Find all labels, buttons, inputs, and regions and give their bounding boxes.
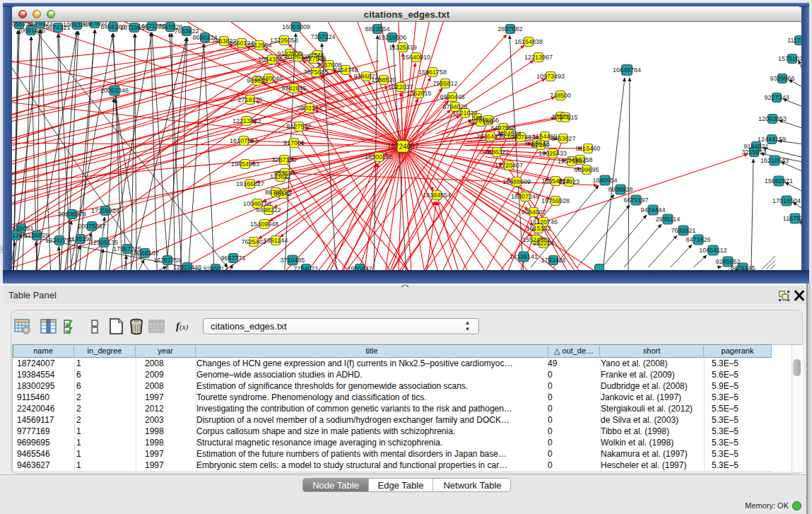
svg-text:9463627: 9463627 xyxy=(551,135,575,142)
svg-text:18724007: 18724007 xyxy=(387,143,419,151)
svg-text:15720407: 15720407 xyxy=(495,162,523,169)
svg-text:2718176: 2718176 xyxy=(237,96,262,103)
svg-text:18300295: 18300295 xyxy=(365,153,393,160)
svg-text:12093853: 12093853 xyxy=(758,115,787,122)
svg-text:16640910: 16640910 xyxy=(402,54,430,61)
svg-text:20053346: 20053346 xyxy=(100,87,129,94)
svg-text:989613: 989613 xyxy=(247,77,268,84)
svg-text:6679197: 6679197 xyxy=(623,197,648,204)
svg-text:16154838: 16154838 xyxy=(514,38,543,45)
svg-text:10807487: 10807487 xyxy=(507,134,535,141)
svg-text:8427552: 8427552 xyxy=(286,123,311,130)
svg-text:1640954: 1640954 xyxy=(592,177,617,184)
svg-text:9329966: 9329966 xyxy=(770,75,794,82)
svg-text:20975867: 20975867 xyxy=(78,223,106,230)
svg-text:1435051: 1435051 xyxy=(12,225,34,232)
svg-text:9245012: 9245012 xyxy=(203,265,228,270)
svg-text:20206578: 20206578 xyxy=(58,211,86,218)
svg-text:14136141: 14136141 xyxy=(510,253,538,260)
svg-text:16210643: 16210643 xyxy=(760,157,789,164)
svg-text:1362615: 1362615 xyxy=(406,90,431,97)
svg-text:18807249: 18807249 xyxy=(511,193,539,200)
svg-text:16648784: 16648784 xyxy=(613,66,641,74)
svg-text:10973493: 10973493 xyxy=(536,73,565,80)
svg-text:252214: 252214 xyxy=(533,240,554,247)
svg-text:1588520: 1588520 xyxy=(371,76,396,83)
svg-text:19384554: 19384554 xyxy=(423,192,451,199)
svg-text:62160: 62160 xyxy=(531,141,549,148)
svg-text:15751074: 15751074 xyxy=(778,55,801,62)
svg-text:867833: 867833 xyxy=(265,189,286,196)
svg-text:17016504: 17016504 xyxy=(772,197,801,204)
svg-text:917006: 917006 xyxy=(283,139,305,146)
svg-text:7632621: 7632621 xyxy=(671,227,695,234)
svg-text:3716485: 3716485 xyxy=(280,257,305,264)
svg-text:19575864: 19575864 xyxy=(558,158,586,165)
svg-text:17359924: 17359924 xyxy=(91,207,119,214)
svg-text:16107553: 16107553 xyxy=(230,137,258,144)
svg-text:13226058: 13226058 xyxy=(270,37,298,44)
svg-text:9084007: 9084007 xyxy=(521,209,546,216)
svg-text:7357224: 7357224 xyxy=(310,33,335,40)
svg-text:614923: 614923 xyxy=(558,178,579,185)
svg-text:12444159: 12444159 xyxy=(758,136,786,143)
svg-text:8938928: 8938928 xyxy=(608,186,632,193)
svg-text:16782759: 16782759 xyxy=(153,257,182,264)
svg-text:16961758: 16961758 xyxy=(418,69,447,76)
svg-text:3215953: 3215953 xyxy=(741,148,766,156)
svg-text:15692971: 15692971 xyxy=(765,177,793,185)
svg-text:19756928: 19756928 xyxy=(541,197,570,204)
svg-text:1167534: 1167534 xyxy=(783,215,801,222)
svg-text:3267130: 3267130 xyxy=(271,156,296,163)
svg-text:7955812: 7955812 xyxy=(433,80,457,87)
svg-text:2935114: 2935114 xyxy=(656,216,680,223)
svg-text:12213967: 12213967 xyxy=(524,54,553,61)
svg-text:9227343: 9227343 xyxy=(764,94,789,101)
svg-text:6899695: 6899695 xyxy=(574,166,599,173)
svg-text:7386322: 7386322 xyxy=(484,148,509,156)
svg-text:10654112: 10654112 xyxy=(699,247,726,254)
svg-text:133621: 133621 xyxy=(270,173,291,180)
svg-text:10025433: 10025433 xyxy=(539,150,567,157)
svg-text:15409948: 15409948 xyxy=(250,221,278,228)
svg-text:19218506: 19218506 xyxy=(378,34,406,41)
svg-text:19654983: 19654983 xyxy=(231,160,259,168)
svg-text:7254021: 7254021 xyxy=(293,265,318,270)
svg-text:1691144: 1691144 xyxy=(264,237,288,244)
svg-text:3912954: 3912954 xyxy=(247,42,271,49)
svg-text:748500: 748500 xyxy=(550,92,571,99)
svg-text:20364436: 20364436 xyxy=(476,133,505,140)
svg-text:12923448: 12923448 xyxy=(173,264,201,270)
svg-text:1955842: 1955842 xyxy=(347,265,372,270)
svg-text:19958107: 19958107 xyxy=(131,250,159,257)
svg-text:2803144: 2803144 xyxy=(297,105,322,112)
svg-text:9474444: 9474444 xyxy=(640,206,665,214)
svg-text:20691406: 20691406 xyxy=(17,27,45,34)
svg-text:1733426: 1733426 xyxy=(541,257,565,264)
svg-text:8813054: 8813054 xyxy=(365,25,389,33)
svg-text:746266: 746266 xyxy=(478,117,499,124)
svg-text:2887682: 2887682 xyxy=(498,25,522,33)
svg-text:6990448: 6990448 xyxy=(440,93,464,100)
svg-text:7625402: 7625402 xyxy=(241,238,266,245)
svg-text:1615132: 1615132 xyxy=(526,225,551,232)
svg-text:1797515: 1797515 xyxy=(553,114,577,121)
svg-text:19166827: 19166827 xyxy=(236,180,264,187)
svg-text:9657771: 9657771 xyxy=(220,255,245,262)
svg-text:8471626: 8471626 xyxy=(686,236,710,243)
svg-text:9242845: 9242845 xyxy=(281,85,306,92)
svg-text:10543362: 10543362 xyxy=(258,56,286,63)
svg-text:3875685: 3875685 xyxy=(303,69,328,76)
svg-text:1117334: 1117334 xyxy=(787,37,801,44)
svg-text:10688609: 10688609 xyxy=(502,178,531,185)
svg-text:8476145: 8476145 xyxy=(730,264,755,270)
svg-text:11325419: 11325419 xyxy=(389,44,416,51)
svg-text:12213383: 12213383 xyxy=(233,117,261,124)
svg-text:16053809: 16053809 xyxy=(282,23,310,30)
svg-text:8498222: 8498222 xyxy=(256,206,281,214)
svg-text:9115460: 9115460 xyxy=(576,145,600,152)
